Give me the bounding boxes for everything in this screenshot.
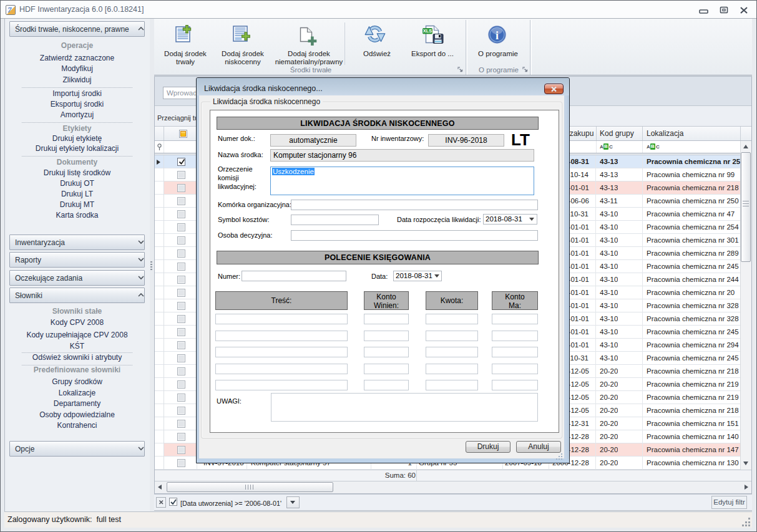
svg-text:XLS: XLS bbox=[423, 28, 432, 34]
svg-text:i: i bbox=[496, 29, 499, 42]
